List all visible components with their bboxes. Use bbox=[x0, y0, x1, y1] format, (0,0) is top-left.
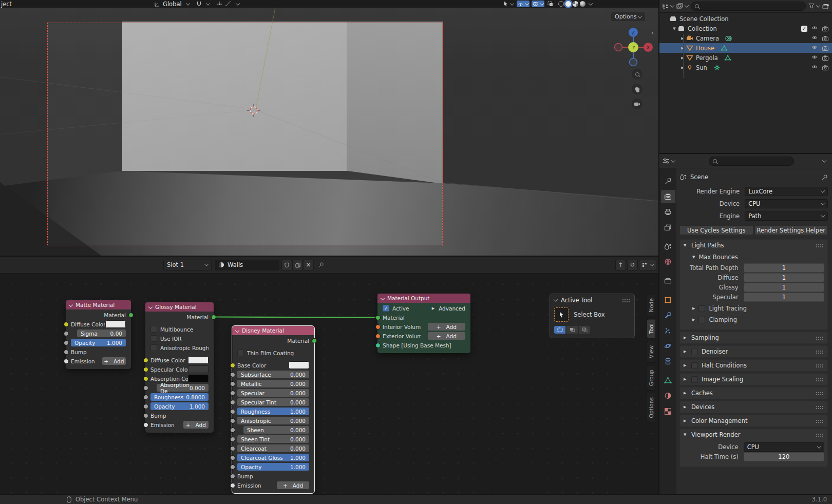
panel-header[interactable]: ▶Devices bbox=[680, 401, 827, 413]
gray-socket[interactable] bbox=[64, 350, 69, 355]
copy-material-button[interactable] bbox=[292, 260, 303, 270]
outliner-row[interactable]: ▶Pergola bbox=[659, 53, 832, 63]
properties-tab-tool[interactable] bbox=[661, 175, 675, 188]
panel-setting-value[interactable]: 1 bbox=[744, 263, 824, 273]
node-disney[interactable]: Disney MaterialMaterialThin Film Coating… bbox=[232, 326, 314, 493]
unlink-material-button[interactable]: × bbox=[303, 260, 314, 270]
pan-hand-button[interactable] bbox=[632, 84, 642, 94]
add-button[interactable]: +Add bbox=[102, 357, 126, 365]
properties-tab-collection[interactable] bbox=[661, 274, 675, 287]
white-socket[interactable] bbox=[143, 422, 148, 428]
zoom-button[interactable] bbox=[632, 69, 642, 80]
column-splitter[interactable] bbox=[658, 0, 659, 494]
outliner-item-label[interactable]: Scene Collection bbox=[679, 15, 729, 23]
orange-socket[interactable] bbox=[375, 324, 381, 329]
disable-render-icon[interactable] bbox=[822, 55, 829, 61]
yellow-socket[interactable] bbox=[143, 367, 148, 372]
disable-render-icon[interactable] bbox=[822, 35, 829, 42]
panel-header[interactable]: ▶Color Management bbox=[680, 415, 827, 427]
collapse-chevron-icon[interactable] bbox=[235, 328, 239, 333]
panel-setting-value[interactable]: 1 bbox=[744, 273, 824, 282]
properties-tab-scene[interactable] bbox=[661, 240, 675, 253]
panel-expand-icon[interactable]: ▶ bbox=[684, 377, 688, 381]
outliner-row[interactable]: ▶Camera bbox=[659, 33, 832, 43]
outliner-item-label[interactable]: Camera bbox=[696, 35, 719, 42]
disable-render-icon[interactable] bbox=[822, 65, 829, 71]
render-setting-dropdown[interactable]: Path bbox=[745, 211, 828, 221]
advanced-expander[interactable]: ▶Advanced bbox=[432, 305, 465, 312]
orange-socket[interactable] bbox=[375, 334, 381, 339]
overlay-grid-dropdown[interactable] bbox=[639, 260, 656, 270]
panel-expand-icon[interactable]: ▶ bbox=[684, 405, 688, 409]
panel-drag-handle[interactable] bbox=[816, 244, 824, 247]
slider-absorption-de[interactable]: Absorption De0.000 bbox=[157, 384, 209, 392]
add-button[interactable]: +Add bbox=[428, 332, 466, 340]
select-mode-extend-button[interactable] bbox=[566, 326, 578, 334]
color-swatch[interactable] bbox=[188, 365, 209, 373]
teal-socket[interactable] bbox=[375, 343, 381, 348]
checkbox[interactable] bbox=[150, 344, 157, 351]
expander-icon[interactable]: ▶ bbox=[679, 56, 686, 60]
sidebar-tab-node[interactable]: Node bbox=[647, 294, 655, 317]
slider-metallic[interactable]: Metallic0.000 bbox=[237, 380, 309, 387]
panel-setting-dropdown[interactable]: CPU bbox=[744, 442, 824, 452]
panel-expand-icon[interactable]: ▼ bbox=[684, 243, 688, 247]
render-setting-dropdown[interactable]: CPU bbox=[745, 199, 828, 208]
green-socket[interactable] bbox=[128, 313, 134, 318]
collapse-chevron-icon[interactable] bbox=[148, 305, 153, 309]
hide-eye-icon[interactable] bbox=[811, 55, 818, 61]
slider-opacity[interactable]: Opacity1.000 bbox=[237, 463, 309, 471]
panel-expand-icon[interactable]: ▶ bbox=[684, 336, 688, 340]
gray-socket[interactable] bbox=[230, 391, 235, 396]
sidebar-collapse-icon[interactable]: ‹ bbox=[651, 29, 654, 36]
gray-socket[interactable] bbox=[143, 404, 148, 409]
panel-setting-value[interactable]: 1 bbox=[744, 293, 824, 302]
checkbox[interactable] bbox=[237, 350, 244, 356]
properties-tab-render[interactable] bbox=[661, 190, 675, 203]
yellow-socket[interactable] bbox=[143, 376, 148, 381]
expander-icon[interactable]: ▼ bbox=[671, 27, 678, 31]
gray-socket[interactable] bbox=[230, 474, 235, 479]
pin-icon[interactable] bbox=[318, 262, 324, 268]
white-socket[interactable] bbox=[230, 483, 235, 488]
white-socket[interactable] bbox=[64, 359, 69, 364]
panel-header[interactable]: ▶Denoiser bbox=[680, 346, 827, 357]
outliner-row[interactable]: ▶Sun bbox=[659, 63, 832, 72]
panel-drag-handle[interactable] bbox=[816, 378, 824, 381]
properties-tab-output[interactable] bbox=[661, 205, 675, 219]
outliner-row[interactable]: ▼Collection✓ bbox=[659, 24, 832, 33]
expander-icon[interactable]: ▶ bbox=[679, 36, 686, 41]
properties-search-input[interactable] bbox=[709, 157, 794, 166]
panel-checkbox[interactable] bbox=[691, 348, 698, 355]
panel-expand-icon[interactable]: ▶ bbox=[684, 350, 688, 354]
add-button[interactable]: +Add bbox=[428, 323, 466, 331]
material-slot-dropdown[interactable]: Slot 1 bbox=[163, 260, 212, 270]
options-dropdown[interactable]: Options bbox=[611, 12, 645, 21]
sidebar-tab-options[interactable]: Options bbox=[647, 393, 655, 423]
checkbox[interactable] bbox=[150, 335, 157, 342]
properties-tab-object[interactable] bbox=[661, 293, 675, 306]
filter-funnel-dropdown[interactable] bbox=[808, 3, 820, 9]
panel-drag-handle[interactable] bbox=[816, 364, 824, 367]
node-header[interactable]: Glossy Material bbox=[145, 302, 214, 312]
properties-tab-world[interactable] bbox=[661, 255, 675, 268]
properties-tab-material[interactable] bbox=[661, 389, 675, 402]
collapse-chevron-icon[interactable] bbox=[69, 303, 73, 307]
node-canvas[interactable]: Matte MaterialMaterialDiffuse ColorSigma… bbox=[0, 273, 658, 494]
panel-expand-icon[interactable]: ▼ bbox=[684, 433, 688, 437]
slider-sigma[interactable]: Sigma0.00 bbox=[77, 329, 126, 337]
slider-sheen[interactable]: Sheen0.000 bbox=[243, 426, 309, 434]
gray-socket[interactable] bbox=[143, 385, 148, 391]
select-box-tool-icon[interactable] bbox=[554, 307, 569, 322]
gray-socket[interactable] bbox=[230, 372, 235, 377]
pin-icon[interactable] bbox=[821, 174, 828, 181]
properties-options-dropdown[interactable] bbox=[822, 158, 826, 162]
new-collection-button[interactable] bbox=[822, 3, 829, 10]
viewport-editor-splitter[interactable] bbox=[0, 256, 658, 257]
panel-header[interactable]: ▶Caches bbox=[680, 387, 827, 399]
add-button[interactable]: +Add bbox=[277, 481, 309, 489]
properties-tab-texture[interactable] bbox=[661, 404, 675, 418]
collapse-chevron-icon[interactable] bbox=[381, 296, 385, 300]
disable-render-icon[interactable] bbox=[822, 26, 829, 32]
node-header[interactable]: Material Output bbox=[377, 294, 470, 303]
